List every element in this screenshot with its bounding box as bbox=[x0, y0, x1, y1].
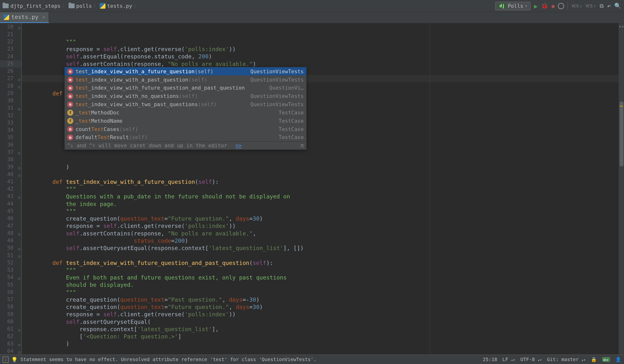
gutter-line[interactable]: 57 bbox=[0, 296, 21, 303]
notifications-icon[interactable]: ✉₂ bbox=[602, 357, 610, 362]
code-line[interactable]: response = self.client.get(reverse('poll… bbox=[22, 222, 624, 229]
gutter-line[interactable]: 31⊡ bbox=[0, 104, 21, 112]
code-line[interactable] bbox=[22, 156, 624, 163]
gutter-line[interactable]: 47 bbox=[0, 222, 21, 229]
hint-link[interactable]: >> bbox=[235, 143, 242, 149]
gutter-line[interactable]: 64⊟ bbox=[0, 348, 21, 355]
gutter-line[interactable]: 21 bbox=[0, 31, 21, 38]
fold-open-icon[interactable]: ⊟ bbox=[16, 253, 21, 258]
fold-open-icon[interactable]: ⊟ bbox=[16, 172, 21, 177]
completion-item[interactable]: f_testMethodNameTestCase bbox=[65, 117, 306, 125]
gutter-line[interactable]: 36 bbox=[0, 141, 21, 149]
code-line[interactable] bbox=[22, 171, 624, 178]
code-line[interactable]: Questions with a pub_date in the future … bbox=[22, 193, 624, 200]
gutter-line[interactable]: 62 bbox=[0, 333, 21, 340]
code-line[interactable]: self.assertQuerysetEqual( bbox=[22, 318, 624, 325]
code-line[interactable]: ) bbox=[22, 340, 624, 347]
completion-item[interactable]: f_testMethodDocTestCase bbox=[65, 108, 306, 117]
gutter-line[interactable]: 60 bbox=[0, 318, 21, 325]
gutter-line[interactable]: 48⊡ bbox=[0, 229, 21, 237]
diff-icon[interactable]: ⧉ bbox=[600, 2, 603, 9]
gutter-line[interactable]: 51⊟ bbox=[0, 252, 21, 259]
code-line[interactable]: create_question(question_text="Future qu… bbox=[22, 215, 624, 222]
inspection-bulb-icon[interactable]: 💡 bbox=[11, 356, 18, 363]
editor-gutter[interactable]: 20⊡21222324252627⊟28⊟293031⊡323334353637… bbox=[0, 23, 22, 355]
fold-close-icon[interactable]: ⊡ bbox=[16, 150, 21, 154]
gutter-line[interactable]: 41 bbox=[0, 178, 21, 185]
gutter-line[interactable]: 59 bbox=[0, 311, 21, 318]
coverage-button[interactable]: ◉ bbox=[552, 3, 555, 9]
gutter-line[interactable]: 28⊟ bbox=[0, 82, 21, 90]
vcs-update-button[interactable]: VCS ↓ bbox=[572, 3, 582, 8]
code-line[interactable]: self.assertQuerysetEqual(response.contex… bbox=[22, 245, 624, 252]
code-line[interactable]: """ bbox=[22, 267, 624, 274]
code-line[interactable] bbox=[22, 252, 624, 259]
code-line[interactable]: def test_index_view_with_a_future_questi… bbox=[22, 178, 624, 185]
tab-tests-py[interactable]: tests.py × bbox=[0, 12, 49, 23]
scrollbar-thumb[interactable] bbox=[620, 102, 624, 166]
fold-open-icon[interactable]: ⊟ bbox=[16, 349, 21, 353]
breadcrumb-item-project[interactable]: djtp_first_steps bbox=[3, 3, 61, 9]
debug-button[interactable]: 🐞 bbox=[541, 3, 548, 9]
code-line[interactable]: the index page. bbox=[22, 200, 624, 207]
pi-icon[interactable]: π bbox=[301, 143, 304, 149]
gutter-line[interactable]: 29 bbox=[0, 90, 21, 97]
gutter-line[interactable]: 63⊟ bbox=[0, 340, 21, 347]
close-icon[interactable]: × bbox=[42, 14, 45, 20]
gutter-line[interactable]: 52 bbox=[0, 259, 21, 266]
gutter-line[interactable]: 30 bbox=[0, 97, 21, 104]
fold-close-icon[interactable]: ⊡ bbox=[16, 231, 21, 235]
gutter-line[interactable]: 56 bbox=[0, 289, 21, 296]
gutter-line[interactable]: 26 bbox=[0, 68, 21, 75]
gutter-line[interactable]: 44 bbox=[0, 200, 21, 207]
gutter-line[interactable]: 27⊟ bbox=[0, 75, 21, 82]
gutter-line[interactable]: 46 bbox=[0, 215, 21, 222]
warning-marker[interactable] bbox=[620, 106, 623, 107]
gutter-line[interactable]: 23 bbox=[0, 46, 21, 53]
gutter-line[interactable]: 37⊡ bbox=[0, 149, 21, 156]
fold-open-icon[interactable]: ⊟ bbox=[16, 76, 21, 81]
fold-close-icon[interactable]: ⊡ bbox=[16, 327, 21, 331]
breadcrumb-item-folder[interactable]: polls bbox=[69, 3, 92, 9]
gutter-line[interactable]: 45 bbox=[0, 208, 21, 215]
lock-icon[interactable]: 🔒 bbox=[591, 357, 597, 362]
search-icon[interactable]: 🔍 bbox=[614, 3, 621, 9]
code-line[interactable]: """ bbox=[22, 208, 624, 215]
browser-icon[interactable] bbox=[558, 3, 564, 9]
gutter-line[interactable]: 35 bbox=[0, 134, 21, 141]
code-line[interactable]: should be displayed. bbox=[22, 281, 624, 289]
gutter-line[interactable]: 40⊟ bbox=[0, 171, 21, 178]
gutter-line[interactable]: 39⊟ bbox=[0, 163, 21, 171]
completion-item[interactable]: mtest_index_view_with_future_question_an… bbox=[65, 84, 306, 92]
fold-open-icon[interactable]: ⊟ bbox=[16, 246, 21, 250]
gutter-line[interactable]: 32 bbox=[0, 112, 21, 119]
completion-item[interactable]: mcountTestCases(self)TestCase bbox=[65, 125, 306, 133]
completion-item[interactable]: mdefaultTestResult(self)TestCase bbox=[65, 133, 306, 141]
gutter-line[interactable]: 50⊟ bbox=[0, 245, 21, 252]
fold-open-icon[interactable]: ⊟ bbox=[16, 341, 21, 346]
code-line[interactable]: status_code=200) bbox=[22, 237, 624, 245]
caret-position[interactable]: 25:18 bbox=[483, 357, 497, 362]
gutter-line[interactable]: 54⊡ bbox=[0, 274, 21, 281]
git-branch[interactable]: Git: master ▴▾ bbox=[547, 357, 586, 362]
run-button[interactable]: ▶ bbox=[534, 2, 538, 9]
gutter-line[interactable]: 20⊡ bbox=[0, 23, 21, 31]
fold-close-icon[interactable]: ⊡ bbox=[16, 24, 21, 29]
code-completion-popup[interactable]: mtest_index_view_with_a_future_question(… bbox=[64, 67, 307, 150]
code-line[interactable]: create_question(question_text="Past ques… bbox=[22, 296, 624, 303]
gutter-line[interactable]: 33 bbox=[0, 119, 21, 127]
gutter-line[interactable]: 43⊡ bbox=[0, 193, 21, 200]
line-separator[interactable]: LF ▴▾ bbox=[502, 357, 515, 362]
memory-indicator-icon[interactable]: 👤 bbox=[615, 357, 621, 362]
gutter-line[interactable]: 38 bbox=[0, 156, 21, 163]
tool-window-icon[interactable]: ▫ bbox=[3, 356, 9, 363]
fold-open-icon[interactable]: ⊟ bbox=[16, 165, 21, 169]
gutter-line[interactable]: 49 bbox=[0, 237, 21, 245]
gutter-line[interactable]: 53 bbox=[0, 267, 21, 274]
completion-item[interactable]: mtest_index_view_with_two_past_questions… bbox=[65, 100, 306, 108]
gutter-line[interactable]: 42 bbox=[0, 185, 21, 193]
code-line[interactable]: response = self.client.get(reverse('poll… bbox=[22, 311, 624, 318]
code-line[interactable] bbox=[22, 348, 624, 355]
file-encoding[interactable]: UTF-8 ▴▾ bbox=[520, 357, 542, 362]
run-configuration-selector[interactable]: dj Polls ▾ bbox=[495, 1, 530, 10]
